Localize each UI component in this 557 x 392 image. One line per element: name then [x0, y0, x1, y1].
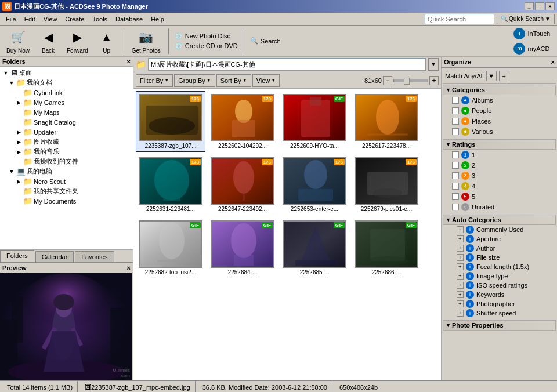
thumbnail-item-5[interactable]: 178 2252631-223481... [136, 154, 205, 215]
close-button[interactable]: × [545, 2, 555, 10]
menu-database[interactable]: Database [112, 14, 146, 24]
thumbnail-item-1[interactable]: 176 2235387-zgb_107... [136, 91, 205, 152]
match-dropdown-button[interactable]: ▼ [486, 71, 497, 81]
tree-item-mydocs[interactable]: ▼ 📁 我的文档 [1, 78, 132, 88]
tree-toggle[interactable]: ▶ [15, 100, 22, 106]
zoom-plus-button[interactable]: + [429, 76, 439, 85]
group-by-button[interactable]: Group By ▼ [174, 74, 215, 87]
tree-item-updater[interactable]: ▶ 📁 Updater [1, 127, 132, 137]
photographer-expand[interactable]: + [457, 300, 464, 307]
myacd-button[interactable]: m myACD [511, 42, 552, 56]
focal-expand[interactable]: + [457, 263, 464, 270]
thumbnail-item-7[interactable]: 176 2252653-enter-e... [280, 154, 349, 215]
auto-cat-aperture[interactable]: + i Aperture [443, 234, 556, 244]
tree-toggle[interactable]: ▼ [8, 80, 15, 86]
tree-item-mydocs2[interactable]: 📁 My Documents [1, 196, 132, 206]
zoom-minus-button[interactable]: − [383, 76, 392, 85]
tree-item-mymaps[interactable]: 📁 My Maps [1, 107, 132, 117]
people-checkbox[interactable] [452, 107, 459, 114]
photo-properties-header[interactable]: ▼ Photo Properties [443, 320, 556, 331]
get-photos-button[interactable]: 📷 Get Photos [128, 25, 165, 57]
tree-item-cyberlink[interactable]: 📁 CyberLink [1, 88, 132, 97]
places-checkbox[interactable] [452, 118, 459, 125]
albums-checkbox[interactable] [452, 97, 459, 104]
tree-toggle[interactable]: ▼ [2, 70, 9, 76]
up-button[interactable]: ▲ Up [93, 25, 120, 57]
tree-toggle[interactable]: ▶ [15, 129, 22, 135]
author-expand[interactable]: + [457, 245, 464, 252]
view-button[interactable]: View ▼ [252, 74, 280, 87]
auto-cat-focal[interactable]: + i Focal length (1.5x) [443, 262, 556, 271]
tab-calendar[interactable]: Calendar [35, 251, 74, 262]
tree-item-music[interactable]: ▶ 📁 我的音乐 [1, 147, 132, 157]
iso-expand[interactable]: + [457, 282, 464, 289]
menu-help[interactable]: Help [147, 14, 168, 24]
thumbnail-item-6[interactable]: 176 2252647-223492... [208, 154, 277, 215]
categories-header[interactable]: ▼ Categories [443, 85, 556, 95]
folder-tree[interactable]: ▼ 🖥 桌面 ▼ 📁 我的文档 📁 CyberLink ▶ 📁 My Games [0, 67, 133, 250]
minimize-button[interactable]: _ [525, 2, 534, 10]
ratings-header[interactable]: ▼ Ratings [443, 139, 556, 150]
menu-create[interactable]: Create [62, 14, 88, 24]
tab-folders[interactable]: Folders [0, 250, 34, 262]
tree-item-nero[interactable]: ▶ 📁 Nero Scout [1, 176, 132, 186]
unrated-checkbox[interactable] [452, 204, 459, 210]
menu-view[interactable]: View [40, 14, 61, 24]
create-cd-button[interactable]: 💿 Create CD or DVD [172, 42, 240, 50]
auto-cat-shutter[interactable]: + i Shutter speed [443, 308, 556, 318]
auto-cat-commonly-used[interactable]: − i Commonly Used [443, 225, 556, 234]
thumbnail-item-2[interactable]: 178 2252602-104292... [208, 91, 277, 152]
auto-cat-photographer[interactable]: + i Photographer [443, 299, 556, 308]
rating-2[interactable]: 2 2 [443, 160, 556, 170]
tree-toggle[interactable]: ▼ [8, 169, 15, 175]
quick-search-button[interactable]: 🔍 Quick Search ▼ [497, 14, 555, 24]
rating3-checkbox[interactable] [452, 172, 459, 179]
tree-item-mygames[interactable]: ▶ 📁 My Games [1, 97, 132, 107]
rating-1[interactable]: 1 1 [443, 150, 556, 160]
rating-5[interactable]: 5 5 [443, 191, 556, 202]
tree-item-pictures[interactable]: ▶ 📁 图片收藏 [1, 137, 132, 147]
tree-item-desktop[interactable]: ▼ 🖥 桌面 [1, 68, 132, 78]
filesize-expand[interactable]: + [457, 254, 464, 261]
aperture-expand[interactable]: + [457, 235, 464, 242]
thumbnail-item-8[interactable]: 176 2252679-pics01-e... [352, 154, 421, 215]
address-input[interactable] [148, 58, 426, 71]
imagetype-expand[interactable]: + [457, 273, 464, 280]
maximize-button[interactable]: □ [535, 2, 544, 10]
window-controls[interactable]: _ □ × [525, 2, 555, 10]
tree-toggle[interactable]: ▶ [15, 179, 22, 184]
auto-cat-iso[interactable]: + i ISO speed ratings [443, 281, 556, 290]
thumbnail-item-3[interactable]: GIF 2252609-HYO-ta... [280, 91, 349, 152]
search-button[interactable]: 🔍 Search [248, 37, 283, 45]
rating-unrated[interactable]: ○ Unrated [443, 202, 556, 212]
thumbnail-item-4[interactable]: 176 2252617-223478... [352, 91, 421, 152]
thumbnail-item-10[interactable]: GIF 2252684-... [208, 217, 277, 278]
match-add-button[interactable]: + [499, 71, 509, 81]
folders-close-button[interactable]: × [127, 58, 131, 65]
category-albums[interactable]: ● Albums [443, 95, 556, 106]
rating-3[interactable]: 3 3 [443, 170, 556, 181]
auto-cat-filesize[interactable]: + i File size [443, 253, 556, 262]
auto-categories-header[interactable]: ▼ Auto Categories [443, 215, 556, 225]
tree-item-snagit[interactable]: 📁 SnagIt Catalog [1, 117, 132, 127]
thumbnail-item-12[interactable]: GIF 2252686-... [352, 217, 421, 278]
menu-edit[interactable]: Edit [21, 14, 39, 24]
commonly-used-expand[interactable]: − [457, 226, 464, 233]
preview-close-button[interactable]: × [127, 264, 131, 271]
forward-button[interactable]: ▶ Forward [63, 25, 92, 57]
menu-tools[interactable]: Tools [89, 14, 111, 24]
tree-item-mycomputer[interactable]: ▼ 💻 我的电脑 [1, 166, 132, 176]
category-places[interactable]: ● Places [443, 116, 556, 126]
thumbnail-grid[interactable]: 176 2235387-zgb_107... [133, 89, 441, 380]
tree-toggle[interactable]: ▶ [15, 149, 22, 155]
rating-4[interactable]: 4 4 [443, 181, 556, 191]
quick-search-input[interactable] [425, 14, 494, 24]
keywords-expand[interactable]: + [457, 291, 464, 298]
auto-cat-author[interactable]: + i Author [443, 244, 556, 253]
rating2-checkbox[interactable] [452, 162, 459, 169]
new-photo-disc-button[interactable]: 💿 New Photo Disc [172, 32, 240, 41]
tree-item-shared[interactable]: 📁 我的共享文件夹 [1, 186, 132, 196]
tree-toggle[interactable]: ▶ [15, 139, 22, 145]
tree-item-downloads[interactable]: 📁 我操收到的文件 [1, 157, 132, 166]
sort-by-button[interactable]: Sort By ▼ [216, 74, 251, 87]
